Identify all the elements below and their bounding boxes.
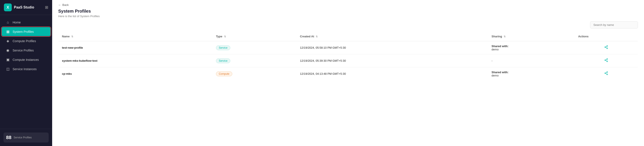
sidebar-item-compute-instances-label: Compute Instances [12, 58, 39, 62]
svg-line-8 [606, 60, 607, 61]
sidebar-item-home-label: Home [12, 21, 21, 24]
col-type[interactable]: Type ⇅ [212, 32, 296, 41]
row-sharing-cell: - [488, 54, 575, 67]
col-created-at[interactable]: Created At ⇅ [296, 32, 488, 41]
svg-line-9 [606, 59, 607, 60]
home-icon: ⌂ [6, 20, 10, 24]
table-row: test-new-profileService12/19/2024, 05:58… [58, 41, 638, 54]
row-type-cell: Compute [212, 67, 296, 80]
share-button[interactable] [602, 44, 610, 51]
service-profiles-icon: ◉ [6, 48, 10, 52]
col-sharing[interactable]: Sharing ⇅ [488, 32, 575, 41]
row-actions-cell [575, 67, 638, 80]
row-name-cell: cp-mks [58, 67, 212, 80]
grid-icon[interactable]: ⊞ [45, 5, 48, 10]
profiles-table: Name ⇅ Type ⇅ Created At ⇅ Sharing ⇅ [58, 32, 638, 80]
sharing-sort-icon: ⇅ [504, 35, 506, 38]
sidebar-item-service-profiles[interactable]: ◉ Service Profiles [2, 46, 50, 55]
table-header-row: Name ⇅ Type ⇅ Created At ⇅ Sharing ⇅ [58, 32, 638, 41]
row-sharing-cell: Shared with:demo [488, 67, 575, 80]
share-button[interactable] [602, 70, 610, 77]
sidebar-item-system-profiles[interactable]: ▦ System Profiles [2, 27, 50, 36]
sidebar-item-compute-profiles[interactable]: ◈ Compute Profiles [2, 36, 50, 46]
created-sort-icon: ⇅ [316, 35, 318, 38]
compute-instances-icon: ▣ [6, 58, 10, 62]
back-arrow-icon: ← [58, 3, 61, 6]
main-content: ← Back System Profiles Here is the list … [52, 0, 644, 146]
page-subtitle: Here is the list of System Profiles [58, 14, 638, 18]
row-name-cell: system-mks-kubeflow-test [58, 54, 212, 67]
svg-line-3 [606, 47, 607, 48]
col-actions: Actions [575, 32, 638, 41]
type-badge: Compute [216, 72, 232, 76]
row-actions-cell [575, 54, 638, 67]
sidebar-item-system-profiles-label: System Profiles [12, 30, 34, 34]
name-sort-icon: ⇅ [71, 35, 73, 38]
table-row: system-mks-kubeflow-testService12/19/202… [58, 54, 638, 67]
back-label: Back [62, 3, 69, 6]
service-instances-icon: ◫ [6, 67, 10, 71]
badge-count: 88 [6, 135, 11, 140]
row-created-cell: 12/19/2024, 04:13:48 PM GMT+5:30 [296, 67, 488, 80]
type-sort-icon: ⇅ [224, 35, 226, 38]
type-badge: Service [216, 58, 230, 63]
share-button[interactable] [602, 57, 610, 64]
svg-line-4 [606, 46, 607, 47]
row-type-cell: Service [212, 54, 296, 67]
sidebar-badge-section: 88 Service Profiles [0, 129, 52, 146]
svg-line-13 [606, 74, 607, 74]
row-name-cell: test-new-profile [58, 41, 212, 54]
table-container: Name ⇅ Type ⇅ Created At ⇅ Sharing ⇅ [52, 32, 644, 86]
search-row [52, 21, 644, 32]
app-logo: X [4, 4, 12, 11]
row-created-cell: 12/19/2024, 05:39:30 PM GMT+5:30 [296, 54, 488, 67]
sidebar-item-service-profiles-label: Service Profiles [12, 49, 34, 52]
back-button[interactable]: ← Back [58, 3, 69, 6]
profile-name: cp-mks [62, 72, 72, 76]
col-name[interactable]: Name ⇅ [58, 32, 212, 41]
sidebar-item-compute-profiles-label: Compute Profiles [12, 39, 36, 43]
sidebar-item-home[interactable]: ⌂ Home [2, 18, 50, 27]
sidebar-header: X PaaS Studio ⊞ [0, 0, 52, 15]
sidebar-item-service-instances-label: Service Instances [12, 67, 37, 71]
sidebar-item-compute-instances[interactable]: ▣ Compute Instances [2, 55, 50, 64]
type-badge: Service [216, 46, 230, 50]
row-actions-cell [575, 41, 638, 54]
badge-label: Service Profiles [14, 136, 32, 139]
profile-name: system-mks-kubeflow-test [62, 59, 97, 62]
row-sharing-cell: Shared with:demo [488, 41, 575, 54]
row-created-cell: 12/19/2024, 05:58:10 PM GMT+5:30 [296, 41, 488, 54]
page-title: System Profiles [58, 9, 638, 14]
svg-line-14 [606, 72, 607, 73]
sidebar-item-service-instances[interactable]: ◫ Service Instances [2, 64, 50, 74]
compute-profiles-icon: ◈ [6, 39, 10, 43]
sidebar: X PaaS Studio ⊞ ⌂ Home ▦ System Profiles… [0, 0, 52, 146]
service-profiles-badge: 88 Service Profiles [4, 132, 49, 142]
app-title: PaaS Studio [14, 6, 34, 9]
search-input[interactable] [590, 21, 638, 28]
row-type-cell: Service [212, 41, 296, 54]
sidebar-nav: ⌂ Home ▦ System Profiles ◈ Compute Profi… [0, 15, 52, 129]
system-profiles-icon: ▦ [6, 30, 10, 34]
profile-name: test-new-profile [62, 46, 83, 49]
table-row: cp-mksCompute12/19/2024, 04:13:48 PM GMT… [58, 67, 638, 80]
top-bar: ← Back System Profiles Here is the list … [52, 0, 644, 21]
